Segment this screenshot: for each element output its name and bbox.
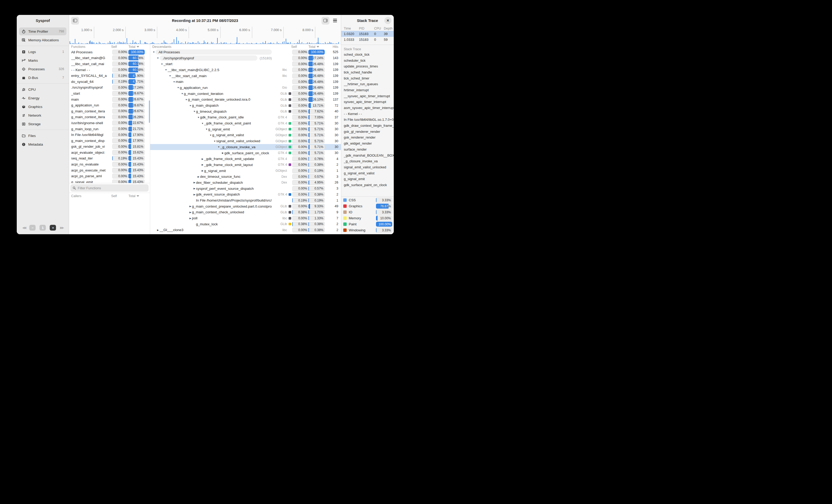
stack-frame[interactable]: tick_sched_timer	[344, 75, 394, 81]
descendant-row[interactable]: ▼g_main_dispatchGLib0.00%13.71%13.71%72	[150, 103, 341, 109]
collapse-icon[interactable]: ▼	[152, 51, 155, 53]
descendant-row[interactable]: ▶gdk_event_source_dispatchGTK 40.00%0.38…	[150, 192, 341, 198]
descendant-row[interactable]: ▶_gdk_frame_clock_emit_layoutGTK 40.00%0…	[150, 162, 341, 168]
menu-button[interactable]	[331, 17, 339, 25]
stack-frame[interactable]: gdk_draw_context_begin_frame_full	[344, 122, 394, 129]
descendant-row[interactable]: ▼__libc_start_main@GLIBC_2.2.5libc0.00%2…	[150, 67, 341, 73]
callers-total-column-header[interactable]: Total	[128, 194, 148, 198]
collapse-icon[interactable]: ▼	[197, 116, 200, 119]
function-row[interactable]: seq_read_iter0.19%15.43%15.43%	[69, 156, 150, 162]
descendant-row[interactable]: ▼gdk_frame_clock_paint_idleGTK 40.00%7.0…	[150, 114, 341, 120]
descendant-row[interactable]: ▼g_application_runGio0.00%26.48%26.48%13…	[150, 85, 341, 91]
descendant-row[interactable]: ▼g_timeout_dispatchGLib0.00%7.62%40	[150, 109, 341, 114]
sample-row[interactable]: 1.032015183039	[341, 31, 394, 37]
function-row[interactable]: - - Kernel - -0.00%60.38%60.38%	[69, 67, 150, 73]
function-row[interactable]: In File /usr/lib64/libgl0.00%17.90%17.90…	[69, 132, 150, 138]
sidebar-item-storage[interactable]: Storage	[19, 120, 67, 128]
collapse-icon[interactable]: ▼	[181, 92, 184, 95]
descendant-row[interactable]: ▼g_main_context_iterationGLib0.00%26.48%…	[150, 91, 341, 97]
sidebar-item-files[interactable]: Files	[19, 132, 67, 140]
stack-frame[interactable]: tick_sched_handle	[344, 69, 394, 75]
functions-column-header[interactable]: Functions	[71, 45, 111, 49]
zoom-in-button[interactable]: +	[50, 225, 56, 230]
descendant-row[interactable]: ▶gdk_surface_paint_on_clockGTK 40.00%5.7…	[150, 150, 341, 156]
function-row[interactable]: do_syscall_640.19%41.71%41.71%	[69, 79, 150, 85]
descendant-row[interactable]: ▼_g_closure_invoke_vaGObject0.00%5.71%30	[150, 144, 341, 150]
descendant-row[interactable]: ▼_start0.00%26.48%26.48%139	[150, 61, 341, 67]
legend-row-css[interactable]: CSS3.33%	[343, 197, 392, 203]
expand-icon[interactable]: ▶	[193, 181, 196, 184]
function-row[interactable]: g_main_context_itera0.00%26.29%26.29%	[69, 114, 150, 120]
expand-icon[interactable]: ▶	[197, 175, 200, 178]
expand-icon[interactable]: ▶	[189, 205, 192, 207]
callers-self-column-header[interactable]: Self	[111, 194, 128, 198]
zoom-level-button[interactable]: 1	[40, 225, 46, 230]
descendant-row[interactable]: ▶g_signal_emitGObject0.00%0.19%1	[150, 168, 341, 174]
stack-frame[interactable]: update_process_times	[344, 63, 394, 69]
descendant-row[interactable]: In File /home/christian/Projects/sysprof…	[150, 197, 341, 203]
descendant-row[interactable]: ▶sysprof_perf_event_source_dispatch0.00%…	[150, 186, 341, 192]
expand-icon[interactable]: ▶	[201, 163, 204, 166]
legend-row-memory[interactable]: Memory10.00%10.00%	[343, 215, 392, 221]
depth-column-header[interactable]: Depth	[384, 27, 394, 30]
descendant-row[interactable]: ▼g_main_context_iterate_unlocked.isra.0G…	[150, 97, 341, 103]
descendant-row[interactable]: ▶dex_timeout_source_funcDex0.00%0.57%3	[150, 174, 341, 179]
sidebar-item-processes[interactable]: Processes326	[19, 65, 67, 73]
descendant-row[interactable]: ▶__GI___clone3libc0.00%0.38%2	[150, 227, 341, 233]
collapse-icon[interactable]: ▼	[160, 63, 163, 65]
descendant-row[interactable]: ▼main0.00%26.48%26.48%139	[150, 79, 341, 85]
descendant-row[interactable]: ▼All Processes0.00%100.00%525	[150, 49, 341, 55]
descendant-row[interactable]: ▶g_main_context_prepare_unlocked.part.0.…	[150, 203, 341, 209]
function-row[interactable]: acpi_ps_parse_aml0.00%15.43%15.43%	[69, 173, 150, 179]
cpu-column-header[interactable]: CPU	[374, 27, 384, 30]
stack-frame[interactable]: gsk_renderer_render	[344, 135, 394, 141]
function-row[interactable]: g_main_context_itera0.00%26.67%26.67%	[69, 108, 150, 114]
descendant-row[interactable]: ▼./src/sysprof/sysprof(15183)0.00%27.24%…	[150, 55, 341, 61]
function-row[interactable]: acpi_ns_evaluate0.00%15.43%15.43%	[69, 161, 150, 167]
descendant-row[interactable]: ▶polllibc0.00%1.33%7	[150, 215, 341, 221]
skip-backward-button[interactable]: ◀◀	[22, 226, 25, 229]
hits-column-header[interactable]: Hits	[328, 45, 338, 49]
function-row[interactable]: _start0.00%26.67%26.67%	[69, 90, 150, 96]
descendant-row[interactable]: ▼__libc_start_call_mainlibc0.00%26.48%26…	[150, 73, 341, 79]
sidebar-item-d-bus[interactable]: D-Bus7	[19, 74, 67, 82]
descendant-row[interactable]: ▼g_signal_emitGObject0.00%5.71%30	[150, 126, 341, 132]
sidebar-item-memory-allocations[interactable]: Memory Allocations	[19, 36, 67, 44]
descendant-row[interactable]: ▶g_main_context_check_unlockedGLib0.38%1…	[150, 209, 341, 216]
expand-icon[interactable]: ▶	[189, 211, 192, 214]
total-column-header[interactable]: Total	[128, 45, 148, 49]
expand-icon[interactable]: ▶	[201, 169, 204, 172]
collapse-icon[interactable]: ▼	[189, 104, 192, 107]
stack-frame[interactable]: signal_emit_valist_unlocked	[344, 164, 394, 170]
descendant-row[interactable]: ▶dex_fiber_scheduler_dispatchDex0.00%4.9…	[150, 179, 341, 186]
sidebar-item-metadata[interactable]: Metadata	[19, 140, 67, 148]
toggle-left-sidebar-button[interactable]	[71, 17, 79, 25]
function-row[interactable]: g_main_context_disp0.00%17.90%17.90%	[69, 138, 150, 144]
stack-frame[interactable]: asm_sysvec_apic_timer_interrupt	[344, 105, 394, 111]
function-row[interactable]: g_signal_emit0.00%15.43%15.43%	[69, 179, 150, 183]
collapse-icon[interactable]: ▼	[168, 75, 172, 77]
pid-column-header[interactable]: PID	[359, 27, 374, 30]
expand-icon[interactable]: ▶	[201, 158, 204, 160]
sidebar-item-logs[interactable]: Logs1	[19, 48, 67, 56]
stack-frame[interactable]: In File /usr/lib64/libGL.so.1.7.0+0x4b	[344, 117, 394, 123]
function-row[interactable]: entry_SYSCALL_64_a0.19%41.90%41.90%	[69, 73, 150, 79]
sidebar-item-network[interactable]: Network	[19, 111, 67, 119]
stack-frame[interactable]: hrtimer_interrupt	[344, 87, 394, 93]
sample-row[interactable]: 1.033315183059	[341, 37, 394, 43]
skip-forward-button[interactable]: ▶▶	[60, 226, 63, 229]
function-row[interactable]: g_application_run0.00%26.67%26.67%	[69, 102, 150, 108]
sidebar-item-energy[interactable]: Energy	[19, 94, 67, 102]
collapse-icon[interactable]: ▼	[205, 128, 208, 131]
function-row[interactable]: acpi_evaluate_object0.00%15.62%15.62%	[69, 149, 150, 156]
collapse-icon[interactable]: ▼	[173, 81, 176, 83]
sidebar-item-graphics[interactable]: Graphics	[19, 103, 67, 111]
stack-frame[interactable]: gtk_widget_render	[344, 140, 394, 146]
sidebar-item-marks[interactable]: Marks	[19, 56, 67, 64]
function-row[interactable]: All Processes0.00%100.00%	[69, 49, 150, 55]
stack-frame[interactable]: _g_closure_invoke_va	[344, 158, 394, 164]
legend-row-io[interactable]: IO3.33%	[343, 209, 392, 215]
collapse-icon[interactable]: ▼	[185, 98, 188, 101]
stack-frame[interactable]: gdk_surface_paint_on_clock	[344, 182, 394, 188]
stack-frame[interactable]: gsk_gl_renderer_render	[344, 129, 394, 135]
